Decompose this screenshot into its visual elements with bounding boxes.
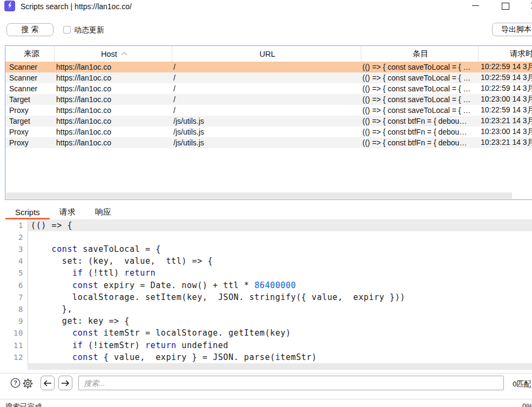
- table-row[interactable]: Targethttps://lan1oc.co/(() => { const s…: [5, 94, 532, 105]
- dynamic-update-label[interactable]: 动态更新: [74, 25, 104, 35]
- results-table: 来源 Host URL 条目 请求时间 Scannerhttps://lan1o…: [5, 45, 532, 200]
- table-horizontal-scrollbar[interactable]: [6, 192, 512, 199]
- close-button[interactable]: [527, 0, 532, 13]
- title-bar: Scripts search | https://lan1oc.co/: [0, 0, 532, 15]
- code-text: const itemStr = localStorage. getItem(ke…: [28, 328, 291, 338]
- line-number: 1: [0, 221, 28, 230]
- cell-entry: (() => { const btfFn = { debou…: [361, 116, 478, 126]
- dynamic-update-checkbox[interactable]: [63, 26, 71, 34]
- cell-host: https://lan1oc.co: [54, 126, 172, 137]
- table-row[interactable]: Scannerhttps://lan1oc.co/(() => { const …: [5, 83, 532, 94]
- code-text: },: [28, 304, 72, 314]
- code-line: 3 const saveToLocal = {: [0, 243, 532, 255]
- minimize-button[interactable]: [468, 0, 484, 13]
- column-header-label: Host: [101, 50, 117, 58]
- tab-响应[interactable]: 响应: [85, 204, 121, 219]
- table-row[interactable]: Proxyhttps://lan1oc.co/(() => { const sa…: [5, 105, 532, 116]
- cell-time: 10:23:00 14 3月: [478, 126, 532, 137]
- help-icon[interactable]: ?: [10, 378, 21, 390]
- cell-time: 10:23:21 14 3月: [478, 137, 532, 148]
- match-count: 0匹配: [513, 379, 531, 389]
- tab-scripts[interactable]: Scripts: [5, 204, 50, 219]
- sort-asc-icon: [121, 52, 127, 56]
- line-number: 10: [0, 329, 28, 337]
- svg-text:?: ?: [14, 379, 17, 386]
- code-line: 6 const expiry = Date. now() + ttl * 864…: [0, 279, 532, 291]
- cell-time: 10:22:59 14 3月: [478, 105, 532, 116]
- cell-source: Target: [5, 116, 54, 126]
- cell-url: /: [172, 72, 361, 83]
- search-button[interactable]: 搜索: [6, 23, 53, 36]
- cell-url: /js/utils.js: [172, 126, 361, 137]
- code-line: 7 localStorage. setItem(key, JSON. strin…: [0, 291, 532, 303]
- cell-source: Proxy: [5, 137, 54, 148]
- code-line: 4 set: (key, value, ttl) => {: [0, 255, 532, 267]
- line-number: 9: [0, 317, 28, 325]
- cell-url: /: [172, 83, 361, 94]
- line-number: 12: [0, 353, 28, 362]
- code-text: const saveToLocal = {: [28, 244, 161, 254]
- column-header-label: URL: [259, 50, 275, 58]
- code-text: const expiry = Date. now() + ttl * 86400…: [28, 281, 296, 290]
- code-line: 9 get: key => {: [0, 315, 532, 327]
- cell-source: Scanner: [5, 83, 54, 94]
- table-header: 来源 Host URL 条目 请求时间: [5, 46, 532, 62]
- code-line: 8 },: [0, 303, 532, 315]
- cell-time: 10:23:21 14 3月: [478, 116, 532, 126]
- line-number: 6: [0, 281, 28, 290]
- table-row[interactable]: Scannerhttps://lan1oc.co/(() => { const …: [5, 72, 532, 83]
- cell-host: https://lan1oc.co: [54, 62, 172, 72]
- table-row[interactable]: Scannerhttps://lan1oc.co/(() => { const …: [5, 62, 532, 72]
- cell-source: Scanner: [5, 72, 54, 83]
- cell-host: https://lan1oc.co: [54, 94, 172, 105]
- cell-time: 10:22:59 14 3月: [478, 72, 532, 83]
- cell-url: /: [172, 94, 361, 105]
- cell-source: Scanner: [5, 62, 54, 72]
- cell-host: https://lan1oc.co: [54, 83, 172, 94]
- tab-请求[interactable]: 请求: [50, 204, 85, 219]
- cell-url: /: [172, 105, 361, 116]
- next-match-button[interactable]: [58, 376, 72, 390]
- find-input[interactable]: [78, 376, 504, 390]
- code-text: get: key => {: [28, 316, 130, 326]
- table-row[interactable]: Proxyhttps://lan1oc.co/js/utils.js(() =>…: [5, 126, 532, 137]
- cell-entry: (() => { const saveToLocal = { …: [361, 72, 478, 83]
- code-text: if (!itemStr) return undefined: [28, 341, 228, 350]
- cell-entry: (() => { const saveToLocal = { …: [361, 83, 478, 94]
- cell-source: Target: [5, 94, 54, 105]
- cell-time: 10:22:59 14 3月: [478, 62, 532, 72]
- code-line: 12 const { value, expiry } = JSON. parse…: [0, 351, 532, 363]
- cell-entry: (() => { const saveToLocal = { …: [361, 94, 478, 105]
- cell-time: 10:23:00 14 3月: [478, 94, 532, 105]
- cell-url: /js/utils.js: [172, 116, 361, 126]
- column-header-time[interactable]: 请求时间: [478, 46, 532, 62]
- previous-match-button[interactable]: [41, 376, 55, 390]
- table-row[interactable]: Targethttps://lan1oc.co/js/utils.js(() =…: [5, 116, 532, 126]
- line-number: 3: [0, 245, 28, 253]
- cell-entry: (() => { const btfFn = { debou…: [361, 137, 478, 148]
- status-percentage: 0%: [522, 402, 532, 407]
- code-editor[interactable]: 1(() => {23 const saveToLocal = {4 set: …: [0, 219, 532, 370]
- column-header-label: 请求时间: [510, 49, 532, 59]
- column-header-source[interactable]: 来源: [5, 46, 54, 62]
- table-row[interactable]: Proxyhttps://lan1oc.co/js/utils.js(() =>…: [5, 137, 532, 148]
- code-line: 2: [0, 231, 532, 243]
- export-script-button[interactable]: 导出脚本: [492, 23, 532, 36]
- column-header-url[interactable]: URL: [172, 46, 361, 62]
- settings-gear-icon[interactable]: [22, 378, 33, 391]
- app-icon: [4, 1, 15, 11]
- column-header-host[interactable]: Host: [54, 46, 172, 62]
- cell-entry: (() => { const btfFn = { debou…: [361, 126, 478, 137]
- maximize-button[interactable]: [497, 0, 514, 13]
- status-message: 搜索已完成: [5, 402, 42, 407]
- line-number: 11: [0, 341, 28, 350]
- editor-horizontal-scrollbar[interactable]: [28, 363, 532, 370]
- lightning-icon: [6, 2, 14, 10]
- arrow-right-icon: [61, 380, 70, 386]
- line-number: 4: [0, 257, 28, 265]
- window-title: Scripts search | https://lan1oc.co/: [21, 2, 132, 11]
- column-header-entry[interactable]: 条目: [361, 46, 478, 62]
- line-number: 2: [0, 233, 28, 242]
- code-text: localStorage. setItem(key, JSON. stringi…: [28, 292, 405, 302]
- cell-host: https://lan1oc.co: [54, 137, 172, 148]
